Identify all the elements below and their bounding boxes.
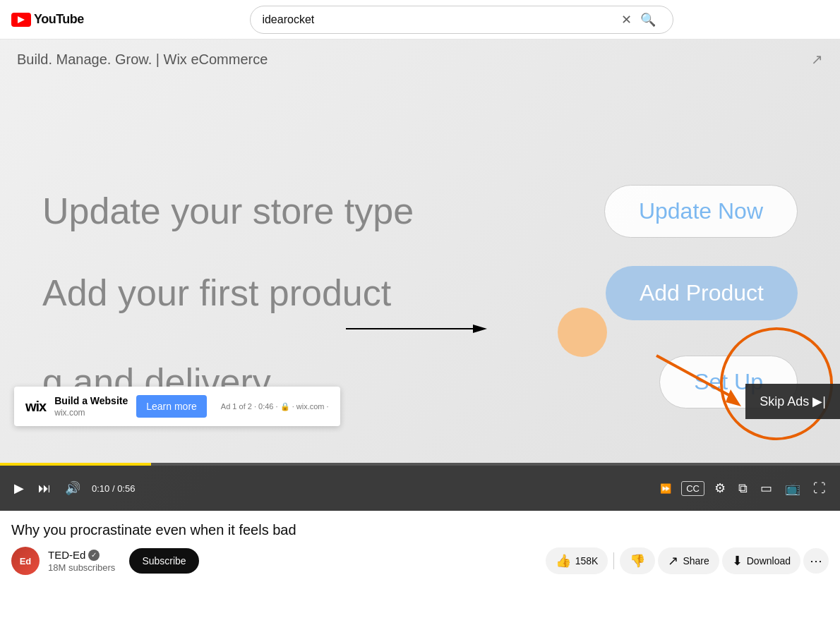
video-title: Why you procrastinate even when it feels…: [11, 522, 829, 538]
channel-avatar: Ed: [11, 547, 40, 575]
like-button[interactable]: 👍 158K: [546, 547, 608, 574]
play-button[interactable]: ▶: [11, 478, 27, 499]
channel-name: TED-Ed ✓: [48, 549, 115, 561]
wix-info: Build a Website wix.com: [54, 395, 128, 418]
click-annotation: [558, 308, 607, 357]
wix-url: wix.com: [54, 408, 128, 418]
like-count: 158K: [575, 555, 599, 567]
channel-row: Ed TED-Ed ✓ 18M subscribers Subscribe 👍 …: [11, 547, 829, 575]
action-buttons: 👍 158K 👎 ↗ Share ⬇ Download ⋯: [546, 547, 829, 574]
search-submit-button[interactable]: 🔍: [635, 9, 661, 30]
share-label: Share: [683, 555, 709, 567]
autoplay-toggle[interactable]: ⏩: [657, 480, 674, 497]
search-input[interactable]: [262, 13, 618, 26]
volume-button[interactable]: 🔊: [62, 478, 83, 499]
header: YouTube ✕ 🔍: [0, 0, 840, 40]
video-player[interactable]: Build. Manage. Grow. | Wix eCommerce ↗ U…: [0, 40, 840, 511]
ad-row-1: Update your store type Update Now: [42, 185, 798, 238]
youtube-logo[interactable]: YouTube: [11, 12, 84, 27]
cast-button[interactable]: 📺: [782, 478, 803, 499]
captions-button[interactable]: CC: [681, 481, 704, 496]
more-options-button[interactable]: ⋯: [803, 548, 829, 574]
ad-share-button[interactable]: ↗: [811, 51, 823, 68]
miniplayer-button[interactable]: ⧉: [736, 478, 750, 499]
like-icon: 👍: [556, 553, 571, 569]
orange-arrow-annotation: [649, 349, 748, 419]
search-clear-button[interactable]: ✕: [618, 9, 635, 30]
update-now-button[interactable]: Update Now: [604, 185, 798, 238]
right-controls: ⏩ CC ⚙ ⧉ ▭ 📺 ⛶: [657, 478, 829, 499]
settings-button[interactable]: ⚙: [712, 478, 728, 499]
wix-learn-more-button[interactable]: Learn more: [136, 395, 207, 418]
time-display: 0:10 / 0:56: [92, 483, 135, 494]
theater-button[interactable]: ▭: [757, 478, 775, 499]
dislike-button[interactable]: 👎: [620, 547, 655, 574]
wix-logo: wix: [25, 399, 46, 415]
svg-line-2: [656, 356, 734, 398]
ad-row2-text: Add your first product: [42, 272, 391, 314]
download-icon: ⬇: [732, 553, 743, 569]
ad-row1-text: Update your store type: [42, 190, 414, 232]
download-button[interactable]: ⬇ Download: [722, 547, 800, 574]
youtube-play-icon: [11, 13, 31, 27]
youtube-logo-text: YouTube: [34, 12, 84, 27]
add-product-button[interactable]: Add Product: [606, 266, 798, 320]
svg-marker-1: [473, 325, 487, 333]
wix-ad-banner: wix Build a Website wix.com Learn more A…: [14, 387, 340, 426]
video-controls: ▶ ⏭ 🔊 0:10 / 0:56 ⏩ CC ⚙ ⧉ ▭ 📺 ⛶: [0, 466, 840, 511]
fullscreen-button[interactable]: ⛶: [810, 478, 829, 499]
ad-top-bar: Build. Manage. Grow. | Wix eCommerce ↗: [17, 51, 823, 68]
subscribe-button[interactable]: Subscribe: [129, 548, 198, 574]
skip-ads-button[interactable]: Skip Ads ▶|: [745, 384, 840, 419]
below-video-section: Why you procrastinate even when it feels…: [0, 511, 840, 581]
dislike-icon: 👎: [630, 553, 645, 569]
share-button[interactable]: ↗ Share: [658, 547, 719, 574]
verified-icon: ✓: [88, 550, 100, 561]
wix-ad-label: Ad 1 of 2 · 0:46 · 🔒 · wix.com ·: [221, 402, 329, 411]
wix-title: Build a Website: [54, 395, 128, 406]
share-icon: ↗: [668, 553, 678, 569]
download-label: Download: [747, 555, 791, 567]
svg-marker-3: [726, 389, 741, 406]
channel-info: TED-Ed ✓ 18M subscribers: [48, 549, 115, 573]
next-button[interactable]: ⏭: [35, 478, 54, 499]
search-bar: ✕ 🔍: [250, 6, 673, 34]
ad-row-2: Add your first product Add Product: [42, 266, 798, 320]
ad-content: Build. Manage. Grow. | Wix eCommerce ↗ U…: [0, 40, 840, 511]
like-divider: [613, 552, 614, 569]
arrow-annotation: [346, 315, 501, 343]
ad-title: Build. Manage. Grow. | Wix eCommerce: [17, 52, 268, 68]
channel-subscribers: 18M subscribers: [48, 562, 115, 573]
